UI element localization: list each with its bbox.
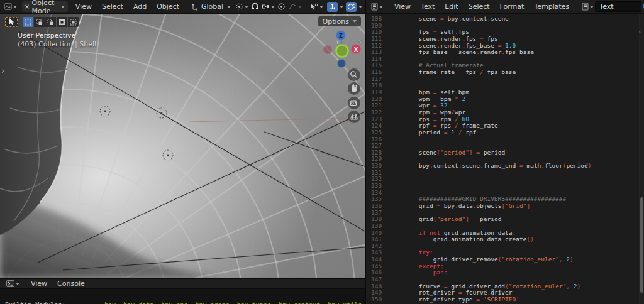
console-line-text: bpy, bpy.data, bpy.ops, bpy.props, bpy.t… (104, 301, 365, 304)
snap-target-dropdown[interactable] (260, 2, 276, 12)
tweak-tool-button[interactable] (5, 17, 18, 27)
text-menu-view[interactable]: View (389, 3, 416, 11)
select-mode-invert-button[interactable] (57, 17, 67, 27)
camera-view-button[interactable] (348, 97, 360, 109)
line-number: 122 (366, 109, 387, 116)
console-icon (6, 280, 14, 287)
orientation-axis-icon (191, 3, 199, 11)
code-line: 150 rot_driver.type = 'SCRIPTED' (366, 296, 639, 303)
chevron-down-icon (353, 20, 357, 23)
select-intersect-icon (70, 19, 77, 26)
code-line: 146 pass (366, 269, 639, 276)
chevron-down-icon (358, 6, 362, 8)
scrollbar-track[interactable] (639, 14, 644, 304)
select-extend-icon (36, 19, 43, 26)
datablock-icon (582, 3, 589, 11)
menu-object[interactable]: Object (152, 3, 184, 11)
axis-z-label: Z (339, 33, 343, 39)
3d-viewport[interactable]: X Z Y (0, 14, 365, 278)
code-text: grid.animation_data_create() (390, 236, 534, 243)
axis-x-neg (324, 46, 332, 54)
text-menu-format[interactable]: Format (495, 3, 530, 11)
snap-magnet-icon (251, 3, 259, 11)
menu-add[interactable]: Add (128, 3, 152, 11)
code-text: rot_driver.type = 'SCRIPTED' (390, 296, 519, 303)
code-line: 132 (366, 176, 639, 183)
console-menu-view[interactable]: View (26, 280, 52, 288)
select-mode-extend-button[interactable] (34, 17, 45, 27)
code-text: fps_base = scene.render.fps_base (390, 49, 534, 56)
chevron-down-icon (298, 6, 302, 8)
code-text: grid["period"] = period (390, 216, 501, 223)
chevron-down-icon (319, 6, 323, 8)
text-editor-type-button[interactable] (370, 2, 384, 12)
overlays-toggle[interactable] (346, 2, 357, 12)
falloff-curve-icon (288, 3, 297, 11)
select-mode-intersect-button[interactable] (68, 17, 79, 27)
falloff-dropdown[interactable] (287, 2, 303, 12)
code-lines: 108 scene = bpy.context.scene109110 fps … (366, 16, 639, 303)
mode-label: Object Mode (31, 0, 57, 15)
menu-select[interactable]: Select (97, 3, 128, 11)
gizmo-icon (328, 3, 336, 11)
chevron-down-icon (379, 6, 383, 8)
select-mode-set-button[interactable] (23, 17, 33, 27)
code-line: 117 (366, 76, 639, 83)
chevron-down-icon (16, 283, 19, 285)
proportional-edit-icon (277, 3, 286, 11)
mode-dropdown[interactable]: Object Mode (22, 1, 68, 12)
object-mode-icon (25, 3, 29, 10)
snap-toggle[interactable] (250, 2, 260, 12)
pivot-icon (235, 3, 243, 11)
python-console[interactable]: View Console Builtin Modules: bpy, bpy.d… (0, 278, 365, 304)
zoom-button[interactable] (348, 68, 360, 81)
scrollbar-thumb[interactable] (640, 197, 643, 293)
code-text: bpy.context.scene.frame_end = math.floor… (390, 163, 591, 170)
options-dropdown[interactable]: Options (318, 16, 361, 26)
select-subtract-icon (47, 19, 54, 26)
code-line: 128 scene["period"] = period (366, 149, 639, 156)
text-menu-edit[interactable]: Edit (440, 3, 463, 11)
snap-target-icon (262, 3, 270, 11)
console-menu-console[interactable]: Console (52, 280, 90, 288)
chevron-down-icon (61, 6, 65, 8)
datablock-name-field[interactable]: Text (595, 1, 641, 12)
datablock-name: Text (599, 3, 613, 11)
pivot-point-dropdown[interactable] (234, 2, 250, 12)
menu-view[interactable]: View (70, 3, 97, 11)
editor-type-button[interactable] (3, 2, 18, 12)
datablock-browse-button[interactable] (580, 2, 595, 12)
code-text: period = 1 / rpf (390, 129, 476, 136)
text-editor-icon (371, 3, 378, 11)
gizmos-toggle[interactable] (327, 2, 338, 12)
axis-x-label: X (354, 47, 358, 53)
sidebar-collapse-arrow[interactable]: ‹ (358, 36, 362, 45)
code-text: pass (390, 269, 448, 276)
console-output: Builtin Modules: bpy, bpy.data, bpy.ops,… (0, 288, 365, 304)
text-menu-select[interactable]: Select (464, 3, 495, 11)
console-editor-type-button[interactable] (5, 279, 21, 289)
visibility-dropdown[interactable] (308, 2, 325, 12)
text-menu-templates[interactable]: Templates (529, 3, 574, 11)
code-text: grid = bpy.data.objects["Grid"] (390, 203, 530, 210)
axis-y (336, 45, 348, 57)
pan-button[interactable] (348, 82, 360, 95)
line-number: 139 (366, 223, 387, 230)
console-line: Builtin Modules: bpy, bpy.data, bpy.ops,… (5, 301, 365, 304)
tweak-tool-icon (8, 18, 14, 26)
grid-toggle-button[interactable] (348, 111, 360, 123)
text-menu-text[interactable]: Text (416, 3, 440, 11)
select-mode-subtract-button[interactable] (45, 17, 56, 27)
viewport-editor-icon (4, 3, 12, 11)
code-line: 108 scene = bpy.context.scene (366, 16, 639, 23)
code-line: 133 (366, 183, 639, 190)
toolbar-expand-arrow[interactable]: › (1, 67, 4, 75)
editor-sidebar-collapse-arrow[interactable]: ‹ (639, 28, 641, 36)
orientation-dropdown[interactable]: Global (188, 1, 234, 12)
text-editor[interactable]: 108 scene = bpy.context.scene109110 fps … (365, 14, 644, 304)
code-text: frame_rate = fps / fps_base (390, 69, 516, 76)
code-line: 131 (366, 170, 639, 176)
viewport-scene: X Z Y (0, 14, 365, 278)
proportional-edit-toggle[interactable] (276, 2, 287, 12)
fake-user-toggle[interactable] (641, 2, 644, 12)
